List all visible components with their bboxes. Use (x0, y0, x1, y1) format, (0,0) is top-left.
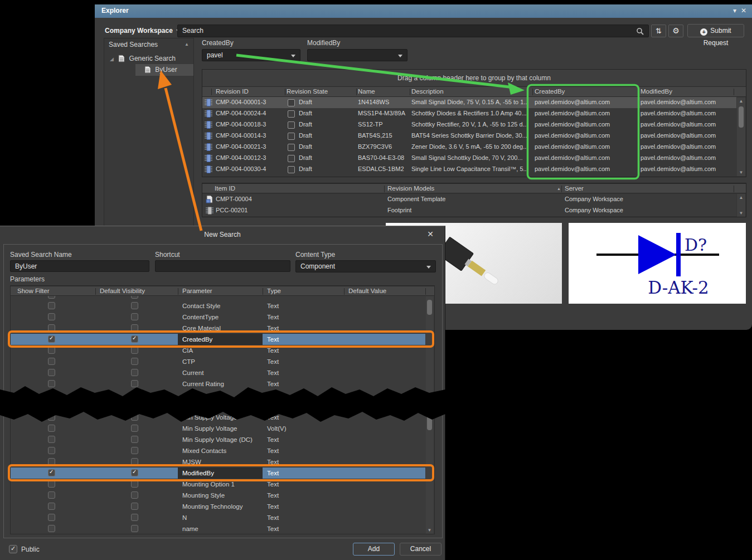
default-visibility-checkbox[interactable] (131, 514, 138, 521)
default-visibility-checkbox[interactable] (131, 380, 138, 387)
content-type-dropdown[interactable]: Component (295, 260, 436, 272)
column-header[interactable]: Item ID (215, 185, 235, 192)
item-grid-header[interactable]: Item ID Revision Models ▲ Server (202, 183, 746, 193)
vertical-scrollbar[interactable]: ▲ ▼ (737, 194, 745, 217)
show-filter-checkbox[interactable] (48, 313, 55, 320)
default-visibility-checkbox[interactable] (131, 369, 138, 376)
default-visibility-checkbox[interactable] (131, 302, 138, 309)
scrollbar-thumb[interactable] (739, 106, 744, 128)
sidebar-item-byuser[interactable]: ByUser (144, 64, 177, 75)
default-visibility-checkbox[interactable] (131, 296, 138, 299)
parameter-row[interactable] (11, 296, 425, 300)
parameter-row[interactable]: N Text (11, 512, 425, 523)
add-button[interactable]: Add (353, 543, 395, 556)
parameters-header[interactable]: Show Filter Default Visibility Parameter… (11, 286, 434, 296)
column-header[interactable]: Type (267, 288, 281, 294)
default-visibility-checkbox[interactable] (131, 447, 138, 454)
vertical-scrollbar[interactable]: ▲ ▼ (737, 98, 745, 176)
scroll-up-icon[interactable]: ▲ (737, 99, 745, 104)
show-filter-checkbox[interactable] (48, 296, 55, 299)
revision-state-checkbox[interactable] (288, 144, 295, 151)
scroll-down-icon[interactable]: ▼ (737, 170, 745, 175)
default-visibility-checkbox[interactable] (131, 335, 138, 343)
default-visibility-checkbox[interactable] (131, 436, 138, 443)
parameter-row[interactable]: Core Material Text (11, 323, 425, 334)
revision-state-checkbox[interactable] (288, 110, 295, 118)
revision-state-checkbox[interactable] (288, 166, 295, 173)
show-filter-checkbox[interactable] (48, 413, 55, 421)
show-filter-checkbox[interactable] (48, 458, 55, 465)
show-filter-checkbox[interactable] (48, 324, 55, 332)
close-icon[interactable]: ✕ (741, 7, 746, 14)
modifiedby-filter-dropdown[interactable] (307, 49, 407, 61)
column-header[interactable]: Revision ID (216, 88, 249, 95)
table-row[interactable]: CMP-004-00024-4 Draft MSS1P4-M3/89A Scho… (202, 108, 736, 119)
default-visibility-checkbox[interactable] (131, 347, 138, 354)
revision-state-checkbox[interactable] (288, 121, 295, 129)
parameter-row[interactable]: ModifiedBy Text (11, 468, 425, 479)
table-row[interactable]: CMP-004-00001-3 Draft 1N4148WS Small Sig… (202, 97, 736, 108)
scroll-down-icon[interactable]: ▼ (426, 528, 433, 533)
parameter-row[interactable]: CreatedBy Text (11, 334, 425, 345)
show-filter-checkbox[interactable] (48, 347, 55, 354)
group-by-bar[interactable]: Drag a column header here to group by th… (202, 70, 746, 86)
collapse-arrow-icon[interactable]: ▲ (185, 42, 189, 47)
column-header[interactable]: Show Filter (17, 288, 50, 294)
show-filter-checkbox[interactable] (48, 514, 55, 521)
parameter-row[interactable]: CTP Text (11, 356, 425, 367)
show-filter-checkbox[interactable] (48, 480, 55, 488)
parameter-row[interactable]: Min Supply Voltage Text (11, 412, 425, 423)
show-filter-checkbox[interactable] (48, 436, 55, 443)
show-filter-checkbox[interactable] (48, 358, 55, 365)
default-visibility-checkbox[interactable] (131, 525, 138, 532)
revision-state-checkbox[interactable] (288, 133, 295, 140)
parameter-row[interactable]: name Text (11, 523, 425, 534)
results-grid-header[interactable]: Revision ID Revision State Name Descript… (202, 86, 746, 97)
table-row[interactable]: CMP-004-00012-3 Draft BAS70-04-E3-08 Sma… (202, 153, 736, 164)
default-visibility-checkbox[interactable] (131, 480, 138, 488)
table-row[interactable]: CMPT-00004 Component Template Company Wo… (202, 194, 736, 205)
show-filter-checkbox[interactable] (48, 525, 55, 532)
table-row[interactable]: CMP-004-00018-3 Draft SS12-TP Schottky R… (202, 119, 736, 130)
column-header[interactable]: Default Value (348, 288, 386, 294)
createdby-filter-dropdown[interactable]: pavel (202, 49, 300, 61)
revision-state-checkbox[interactable] (288, 155, 295, 162)
cancel-button[interactable]: Cancel (400, 543, 442, 556)
settings-button[interactable]: ⚙ (668, 25, 683, 37)
show-filter-checkbox[interactable] (48, 335, 55, 343)
show-filter-checkbox[interactable] (48, 302, 55, 309)
parameter-row[interactable]: Mounting Technology Text (11, 501, 425, 512)
default-visibility-checkbox[interactable] (131, 491, 138, 499)
column-header[interactable]: Description (411, 88, 444, 95)
column-header[interactable]: Name (358, 88, 375, 95)
vertical-scrollbar[interactable]: ▼ (426, 296, 433, 534)
default-visibility-checkbox[interactable] (131, 313, 138, 320)
default-visibility-checkbox[interactable] (131, 324, 138, 332)
default-visibility-checkbox[interactable] (131, 358, 138, 365)
search-icon[interactable] (636, 27, 644, 35)
schematic-symbol-preview[interactable]: D? D-AK-2 (569, 223, 746, 304)
show-filter-checkbox[interactable] (48, 447, 55, 454)
parameter-row[interactable]: Mixed Contacts Text (11, 445, 425, 456)
public-checkbox[interactable] (9, 545, 17, 553)
saved-search-name-input[interactable]: ByUser (10, 260, 149, 272)
show-filter-checkbox[interactable] (48, 425, 55, 432)
revision-state-checkbox[interactable] (288, 99, 295, 106)
parameter-row[interactable]: MJSW Text (11, 456, 425, 468)
column-header[interactable]: ModifiedBy (641, 88, 672, 95)
column-header[interactable]: Server (565, 185, 584, 192)
submit-request-button[interactable]: +Submit Request (687, 24, 744, 37)
default-visibility-checkbox[interactable] (131, 458, 138, 465)
parameter-row[interactable]: Current Rating Text (11, 378, 425, 389)
sidebar-item-generic-search[interactable]: ◢ Generic Search (110, 53, 176, 64)
parameter-row[interactable]: ContentType Text (11, 311, 425, 323)
default-visibility-checkbox[interactable] (131, 413, 138, 421)
show-filter-checkbox[interactable] (48, 491, 55, 499)
show-filter-checkbox[interactable] (48, 503, 55, 510)
explorer-titlebar[interactable]: Explorer ▾ ✕ (95, 4, 752, 18)
column-header[interactable]: Revision State (287, 88, 328, 95)
show-filter-checkbox[interactable] (48, 369, 55, 376)
column-header[interactable]: CreatedBy (535, 88, 565, 95)
refresh-button[interactable]: ⇅ (651, 25, 666, 37)
column-header[interactable]: Revision Models (387, 185, 434, 192)
